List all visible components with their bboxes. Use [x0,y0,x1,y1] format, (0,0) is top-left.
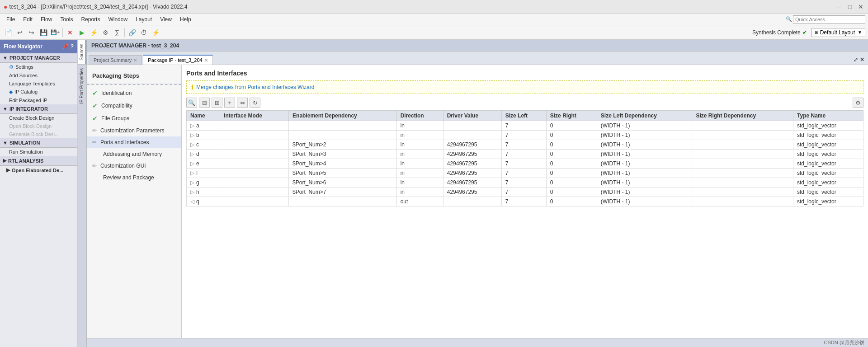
menu-view[interactable]: View [156,15,175,23]
pkg-step-addressing-memory[interactable]: Addressing and Memory [87,148,181,160]
pkg-step-identification[interactable]: ✔ Identification [87,87,181,99]
pkg-step-compatibility[interactable]: ✔ Compatibility [87,99,181,112]
cell-type-name: std_logic_vector [793,197,863,206]
menu-help[interactable]: Help [176,15,195,23]
collapse-all-button[interactable]: ⊟ [199,98,210,108]
menu-file[interactable]: File [3,15,19,23]
tab-bar: Project Summary ✕ Package IP - test_3_20… [87,52,868,65]
table-row[interactable]: ▷e $Port_Num>4 in 4294967295 7 0 (WIDTH … [187,159,863,169]
pkg-step-file-groups[interactable]: ✔ File Groups [87,112,181,125]
nav-section-ip-integrator-label: IP INTEGRATOR [9,106,48,112]
nav-item-ip-catalog[interactable]: ◆IP Catalog [0,88,77,96]
tab-package-ip-close[interactable]: ✕ [204,58,208,63]
close-button[interactable]: ✕ [857,3,864,10]
nav-section-simulation: ▼ SIMULATION Run Simulation [0,138,77,156]
cell-interface-mode [220,197,289,206]
menu-edit[interactable]: Edit [19,15,36,23]
cell-type-name: std_logic_vector [793,121,863,131]
new-project-button[interactable]: 📄 [3,27,14,38]
table-row[interactable]: ▷b in 7 0 (WIDTH - 1) std_logic_vector [187,131,863,140]
flow-nav-pin-icon[interactable]: 📌 [62,43,69,50]
flow-nav-help-icon[interactable]: ? [71,43,74,50]
v-tab-ip-port-properties[interactable]: IP Port Properties [78,64,86,108]
menu-tools[interactable]: Tools [57,15,76,23]
table-row[interactable]: ▷d $Port_Num>3 in 4294967295 7 0 (WIDTH … [187,150,863,159]
pkg-step-ports-interfaces[interactable]: ✏ Ports and Interfaces [87,136,181,148]
cell-direction: in [396,140,443,150]
redo-button[interactable]: ↪ [26,27,37,38]
save-all-button[interactable]: 💾+ [50,27,61,38]
pkg-step-review-package[interactable]: Review and Package [87,172,181,183]
edit-icon-customization-params: ✏ [92,127,97,134]
connect-button[interactable]: ⇔ [237,98,248,108]
cancel-button[interactable]: ✕ [65,27,75,38]
synthesis-status-text: Synthesis Complete [752,29,801,36]
ports-settings-button[interactable]: ⚙ [853,98,863,108]
ports-interfaces-panel: Ports and Interfaces ℹ Merge changes fro… [182,65,868,338]
cell-size-left: 7 [501,169,546,178]
settings-button[interactable]: ⚙ [100,27,111,38]
run-button[interactable]: ▶ [76,27,87,38]
tab-project-summary[interactable]: Project Summary ✕ [89,55,142,65]
row-expand-icon: ▷ [190,189,194,195]
merge-changes-link[interactable]: Merge changes from Ports and Interfaces … [196,84,314,90]
nav-item-generate-block-design[interactable]: Generate Block Desi... [0,130,77,138]
table-row[interactable]: ▷a in 7 0 (WIDTH - 1) std_logic_vector [187,121,863,131]
table-row[interactable]: ▷g $Port_Num>6 in 4294967295 7 0 (WIDTH … [187,178,863,188]
tab-project-summary-close[interactable]: ✕ [133,58,137,63]
nav-item-create-block-design[interactable]: Create Block Design [0,114,77,122]
flow-navigator-title: Flow Navigator [4,43,42,50]
undo-button[interactable]: ↩ [14,27,25,38]
nav-item-edit-packaged-ip[interactable]: Edit Packaged IP [0,96,77,104]
cell-enablement-dep: $Port_Num>2 [289,140,397,150]
collapse-icon: ▼ [3,55,8,61]
flow-navigator-content: ▼ PROJECT MANAGER ⚙Settings Add Sources … [0,53,77,347]
pkg-step-customization-params[interactable]: ✏ Customization Parameters [87,125,181,136]
save-button[interactable]: 💾 [38,27,49,38]
nav-section-rtl-analysis-header[interactable]: ▶ RTL ANALYSIS [0,156,77,166]
tab-package-ip[interactable]: Package IP - test_3_204 ✕ [143,55,212,65]
nav-section-project-manager-header[interactable]: ▼ PROJECT MANAGER [0,53,77,63]
nav-section-simulation-header[interactable]: ▼ SIMULATION [0,138,77,148]
v-tab-sources[interactable]: Sources [78,40,86,64]
nav-section-ip-integrator-header[interactable]: ▼ IP INTEGRATOR [0,104,77,114]
tab-close-all-icon[interactable]: ✕ [860,56,864,63]
nav-item-add-sources[interactable]: Add Sources [0,71,77,80]
nav-section-rtl-analysis-label: RTL ANALYSIS [8,158,43,164]
add-port-button[interactable]: + [224,98,235,108]
menu-layout[interactable]: Layout [132,15,156,23]
expand-all-button[interactable]: ⊞ [212,98,222,108]
quick-access-input[interactable] [793,15,865,23]
table-row[interactable]: ▷h $Port_Num>7 in 4294967295 7 0 (WIDTH … [187,188,863,197]
table-row[interactable]: ▷f $Port_Num>5 in 4294967295 7 0 (WIDTH … [187,169,863,178]
timing-button[interactable]: ⏱ [138,27,149,38]
menu-window[interactable]: Window [104,15,131,23]
nav-item-run-simulation[interactable]: Run Simulation [0,148,77,156]
search-ports-button[interactable]: 🔍 [186,98,197,108]
cell-size-left: 7 [501,188,546,197]
minimize-button[interactable]: ─ [835,3,843,10]
table-row[interactable]: ▷c $Port_Num>2 in 4294967295 7 0 (WIDTH … [187,140,863,150]
table-row[interactable]: ◁q out 7 0 (WIDTH - 1) std_logic_vector [187,197,863,206]
col-header-direction: Direction [396,111,443,121]
nav-item-open-elaborated[interactable]: ▶ Open Elaborated De... [0,166,77,174]
pkg-step-customization-gui[interactable]: ✏ Customization GUI [87,160,181,172]
report-button[interactable]: ∑ [112,27,123,38]
cell-driver-value: 4294967295 [443,150,501,159]
parallel-button[interactable]: ⚡ [88,27,99,38]
menu-reports[interactable]: Reports [77,15,104,23]
tab-maximize-icon[interactable]: ⤢ [854,56,858,63]
nav-item-settings[interactable]: ⚙Settings [0,63,77,71]
nav-item-language-templates[interactable]: Language Templates [0,80,77,88]
constraints-button[interactable]: 🔗 [127,27,137,38]
cell-direction: out [396,197,443,206]
cell-direction: in [396,159,443,169]
refresh-button[interactable]: ↻ [250,98,260,108]
title-bar-left: ● test_3_204 - [D:/Xilinx/Project/test_3… [4,3,188,10]
maximize-button[interactable]: □ [846,3,854,10]
layout-dropdown[interactable]: ⊞ Default Layout ▼ [811,28,865,37]
cell-enablement-dep: $Port_Num>5 [289,169,397,178]
nav-item-open-block-design[interactable]: Open Block Design [0,122,77,130]
power-button[interactable]: ⚡ [150,27,161,38]
menu-flow[interactable]: Flow [37,15,56,23]
